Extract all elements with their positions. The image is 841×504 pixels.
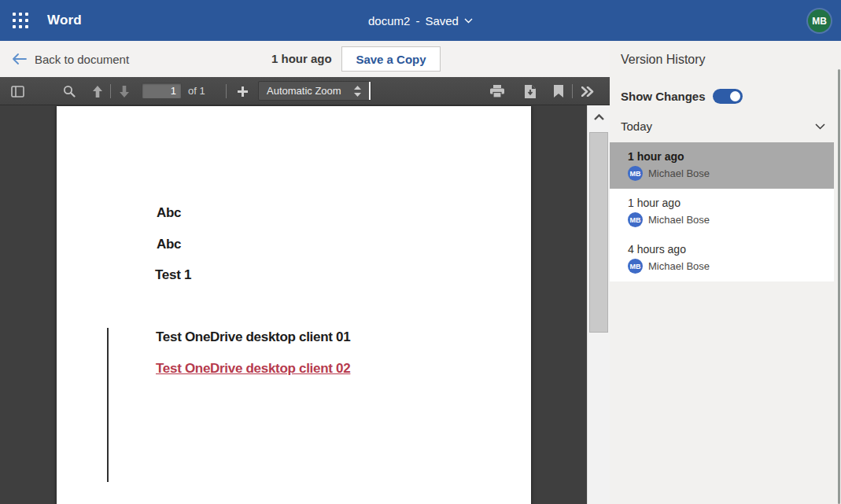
version-item-timestamp: 4 hours ago	[628, 243, 834, 256]
doc-text-line: Test OneDrive desktop client 01	[156, 329, 350, 345]
version-group-label: Today	[621, 120, 652, 133]
version-item-author: Michael Bose	[648, 260, 710, 272]
version-item-timestamp: 1 hour ago	[628, 150, 834, 163]
zoom-in-icon	[238, 86, 248, 97]
select-highlight-line	[369, 82, 371, 100]
back-to-document-label: Back to document	[35, 53, 129, 66]
previous-page-button[interactable]	[87, 80, 109, 102]
document-name[interactable]: docum2	[368, 14, 410, 28]
version-history-panel: Version History Show Changes Today 1 hou…	[610, 41, 841, 504]
app-title: Word	[47, 13, 82, 28]
doc-text-line: Abc	[157, 237, 181, 252]
save-a-copy-button[interactable]: Save a Copy	[341, 46, 441, 72]
author-avatar: MB	[628, 259, 643, 274]
search-button[interactable]	[58, 80, 80, 102]
panel-title: Version History	[621, 51, 707, 68]
version-item-author: Michael Bose	[648, 167, 710, 179]
version-item-timestamp: 1 hour ago	[628, 197, 834, 209]
more-tools-button[interactable]	[577, 80, 599, 102]
author-avatar: MB	[628, 166, 643, 181]
zoom-mode-value: Automatic Zoom	[267, 85, 341, 97]
doc-text-line: Test 1	[155, 267, 191, 283]
more-tools-icon	[581, 86, 594, 97]
viewer-scrollbar[interactable]	[587, 105, 610, 504]
chevron-down-icon[interactable]	[464, 18, 473, 24]
pdf-toolbar: of 1 Automatic Zoom	[0, 77, 610, 105]
word-online-window: Word docum2 - Saved MB Back to document	[0, 0, 841, 504]
scroll-up-button[interactable]	[588, 105, 610, 129]
account-avatar-initials: MB	[812, 16, 827, 27]
toolbar-separator	[110, 84, 111, 98]
toggle-knob	[730, 91, 740, 101]
version-timestamp-label: 1 hour ago	[271, 52, 332, 65]
select-spinner-icon	[354, 86, 361, 97]
version-group-today[interactable]: Today	[621, 120, 825, 133]
panel-scrollbar-thumb[interactable]	[838, 69, 840, 504]
save-status: Saved	[425, 14, 459, 28]
version-list-item[interactable]: 4 hours ago MB Michael Bose	[610, 235, 834, 281]
pdf-viewer-area: Abc Abc Test 1 Test OneDrive desktop cli…	[0, 105, 610, 504]
title-separator: -	[415, 14, 419, 28]
page-number-input[interactable]	[142, 83, 182, 99]
download-icon	[525, 85, 536, 98]
version-item-author: Michael Bose	[648, 214, 710, 226]
search-icon	[63, 85, 76, 97]
app-launcher-grid	[13, 13, 29, 29]
version-list: 1 hour ago MB Michael Bose 1 hour ago MB…	[610, 142, 834, 281]
doc-text-line: Abc	[157, 205, 181, 221]
page-count-label: of 1	[188, 85, 205, 97]
preview-workspace: Back to document 1 hour ago Save a Copy	[0, 41, 610, 504]
download-button[interactable]	[519, 80, 541, 102]
toolbar-separator	[572, 84, 573, 98]
sidebar-toggle-icon	[11, 86, 24, 97]
main-content: Back to document 1 hour ago Save a Copy	[0, 41, 841, 504]
app-launcher-icon[interactable]	[0, 0, 41, 41]
chevron-down-icon	[815, 123, 825, 130]
version-list-item[interactable]: 1 hour ago MB Michael Bose	[610, 142, 834, 189]
zoom-in-button[interactable]	[231, 80, 253, 102]
next-page-button[interactable]	[113, 80, 135, 102]
toolbar-separator	[226, 84, 227, 98]
show-changes-label: Show Changes	[621, 90, 706, 103]
show-changes-row: Show Changes	[621, 89, 743, 104]
document-page: Abc Abc Test 1 Test OneDrive desktop cli…	[57, 106, 531, 504]
show-changes-toggle[interactable]	[713, 89, 743, 104]
scroll-up-icon	[594, 114, 604, 120]
version-list-item[interactable]: 1 hour ago MB Michael Bose	[610, 189, 834, 235]
page-up-icon	[92, 86, 103, 97]
action-bar: Back to document 1 hour ago Save a Copy	[0, 41, 610, 77]
print-button[interactable]	[486, 80, 508, 102]
account-avatar[interactable]: MB	[808, 9, 831, 32]
bookmark-icon	[554, 85, 563, 97]
scrollbar-thumb[interactable]	[589, 132, 608, 333]
tracked-change-bar	[107, 328, 109, 482]
page-down-icon	[119, 86, 130, 97]
bookmark-button[interactable]	[548, 80, 570, 102]
print-icon	[490, 85, 504, 97]
back-to-document-button[interactable]: Back to document	[12, 53, 129, 66]
document-title-group: docum2 - Saved	[0, 0, 841, 41]
sidebar-toggle-button[interactable]	[6, 80, 28, 102]
doc-text-line-inserted: Test OneDrive desktop client 02	[156, 361, 350, 377]
author-avatar: MB	[628, 212, 643, 227]
zoom-mode-select[interactable]: Automatic Zoom	[258, 81, 371, 101]
titlebar: Word docum2 - Saved MB	[0, 0, 841, 41]
back-arrow-icon	[12, 53, 27, 64]
